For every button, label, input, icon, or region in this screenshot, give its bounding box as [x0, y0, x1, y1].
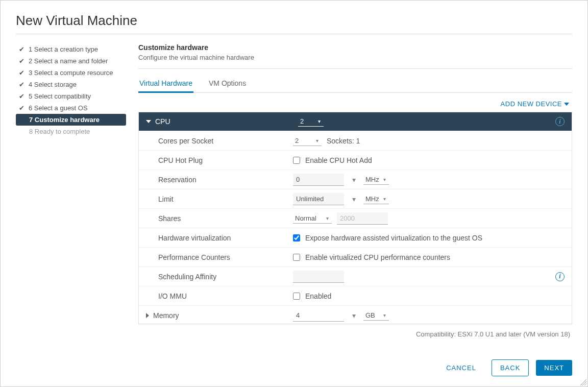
step-ready-complete: ✔ 8 Ready to complete	[16, 126, 126, 137]
step-label: 8 Ready to complete	[29, 128, 90, 135]
step-label: 1 Select a creation type	[29, 45, 98, 53]
step-creation-type[interactable]: ✔ 1 Select a creation type	[16, 43, 126, 55]
add-new-device-button[interactable]: ADD NEW DEVICE	[501, 100, 569, 108]
step-label: 2 Select a name and folder	[29, 57, 108, 65]
chevron-down-icon: ▾	[326, 215, 329, 221]
check-icon: ✔	[19, 45, 24, 53]
cores-per-socket-select[interactable]: 2 ▾	[293, 136, 322, 146]
info-icon[interactable]: i	[555, 117, 565, 126]
step-label: 4 Select storage	[29, 81, 77, 88]
chevron-down-icon: ▾	[318, 118, 321, 124]
wizard-steps: ✔ 1 Select a creation type ✔ 2 Select a …	[16, 43, 126, 376]
resize-handle-icon[interactable]	[580, 379, 586, 385]
step-label: 3 Select a compute resource	[29, 69, 113, 77]
memory-unit-select[interactable]: GB ▾	[363, 310, 389, 321]
step-label: 7 Customize hardware	[29, 116, 100, 124]
scheduling-affinity-input[interactable]	[293, 271, 344, 283]
shares-row: Shares Normal ▾	[139, 208, 572, 228]
io-mmu-checkbox[interactable]	[293, 293, 300, 300]
checkbox-label: Enabled	[305, 292, 331, 300]
compatibility-text: Compatibility: ESXi 7.0 U1 and later (VM…	[138, 324, 572, 344]
row-label: Scheduling Affinity	[158, 273, 293, 281]
step-name-folder[interactable]: ✔ 2 Select a name and folder	[16, 55, 126, 67]
scheduling-affinity-row: Scheduling Affinity i	[139, 267, 572, 286]
cpu-header-label: CPU	[155, 117, 170, 126]
reservation-row: Reservation ▾ MHz ▾	[139, 170, 572, 189]
limit-input[interactable]	[293, 193, 344, 205]
cores-per-socket-row: Cores per Socket 2 ▾ Sockets: 1	[139, 131, 572, 150]
content-pane: Customize hardware Configure the virtual…	[138, 43, 572, 376]
memory-value-input[interactable]	[293, 309, 344, 322]
chevron-down-icon[interactable]: ▾	[352, 176, 356, 184]
checkbox-label: Enable CPU Hot Add	[305, 156, 372, 164]
back-button[interactable]: BACK	[492, 359, 529, 376]
step-compatibility[interactable]: ✔ 5 Select compatibility	[16, 90, 126, 102]
section-subtitle: Configure the virtual machine hardware	[138, 54, 572, 61]
dialog-title: New Virtual Machine	[16, 13, 572, 29]
limit-row: Limit ▾ MHz ▾	[139, 189, 572, 208]
chevron-down-icon: ▾	[383, 196, 386, 202]
check-icon: ✔	[19, 69, 24, 77]
step-label: 5 Select compatibility	[29, 92, 91, 100]
row-label: I/O MMU	[158, 292, 293, 300]
memory-header-label: Memory	[153, 311, 179, 320]
row-label: Performance Counters	[158, 253, 293, 261]
memory-section-header[interactable]: Memory ▾ GB ▾	[139, 305, 572, 324]
tab-vm-options[interactable]: VM Options	[208, 75, 247, 93]
check-icon: ✔	[19, 57, 24, 65]
chevron-down-icon: ▾	[383, 177, 386, 182]
row-label: Shares	[158, 214, 293, 223]
section-title: Customize hardware	[138, 43, 572, 52]
cancel-button[interactable]: CANCEL	[438, 360, 484, 376]
hw-virtualization-row: Hardware virtualization Expose hardware …	[139, 228, 572, 247]
chevron-down-icon[interactable]: ▾	[352, 195, 356, 203]
button-bar: CANCEL BACK NEXT	[138, 344, 572, 376]
next-button[interactable]: NEXT	[536, 360, 572, 376]
checkbox-label: Expose hardware assisted virtualization …	[305, 234, 482, 242]
row-label: Reservation	[158, 176, 293, 184]
shares-select[interactable]: Normal ▾	[293, 213, 332, 224]
row-label: Hardware virtualization	[158, 234, 293, 242]
row-label: CPU Hot Plug	[158, 156, 293, 164]
row-label: Limit	[158, 195, 293, 203]
performance-counters-row: Performance Counters Enable virtualized …	[139, 247, 572, 267]
new-vm-dialog: New Virtual Machine ✔ 1 Select a creatio…	[1, 1, 587, 386]
hardware-grid[interactable]: CPU 2 ▾ i Cores per Socket 2	[138, 112, 572, 324]
checkbox-label: Enable virtualized CPU performance count…	[305, 253, 450, 261]
chevron-down-icon	[146, 120, 151, 123]
step-compute-resource[interactable]: ✔ 3 Select a compute resource	[16, 67, 126, 79]
add-device-label: ADD NEW DEVICE	[501, 100, 562, 108]
chevron-down-icon: ▾	[383, 312, 386, 318]
chevron-down-icon[interactable]: ▾	[352, 311, 356, 320]
step-customize-hardware[interactable]: ✔ 7 Customize hardware	[16, 114, 126, 126]
limit-unit-select[interactable]: MHz ▾	[363, 194, 389, 204]
info-icon[interactable]: i	[555, 272, 565, 281]
tab-virtual-hardware[interactable]: Virtual Hardware	[138, 75, 193, 93]
hw-virtualization-checkbox[interactable]	[293, 234, 300, 241]
chevron-right-icon	[146, 313, 149, 318]
check-icon: ✔	[19, 104, 24, 112]
performance-counters-checkbox[interactable]	[293, 254, 300, 261]
reservation-input[interactable]	[293, 174, 344, 186]
cpu-hot-add-checkbox[interactable]	[293, 157, 300, 164]
cpu-count-select[interactable]: 2 ▾	[298, 116, 324, 127]
divider	[138, 68, 572, 69]
step-storage[interactable]: ✔ 4 Select storage	[16, 79, 126, 90]
io-mmu-row: I/O MMU Enabled	[139, 286, 572, 305]
tabs: Virtual Hardware VM Options	[138, 75, 572, 93]
row-label: Cores per Socket	[158, 137, 293, 145]
step-guest-os[interactable]: ✔ 6 Select a guest OS	[16, 102, 126, 114]
reservation-unit-select[interactable]: MHz ▾	[363, 175, 389, 185]
chevron-down-icon: ▾	[316, 138, 318, 143]
step-label: 6 Select a guest OS	[29, 104, 88, 112]
cpu-section-header[interactable]: CPU 2 ▾ i	[139, 112, 572, 131]
sockets-text: Sockets: 1	[327, 137, 360, 145]
check-icon: ✔	[19, 81, 24, 88]
cpu-hot-plug-row: CPU Hot Plug Enable CPU Hot Add	[139, 150, 572, 170]
shares-value-input[interactable]	[337, 212, 388, 225]
divider	[16, 34, 572, 34]
check-icon: ✔	[19, 92, 24, 100]
chevron-down-icon	[564, 103, 569, 106]
